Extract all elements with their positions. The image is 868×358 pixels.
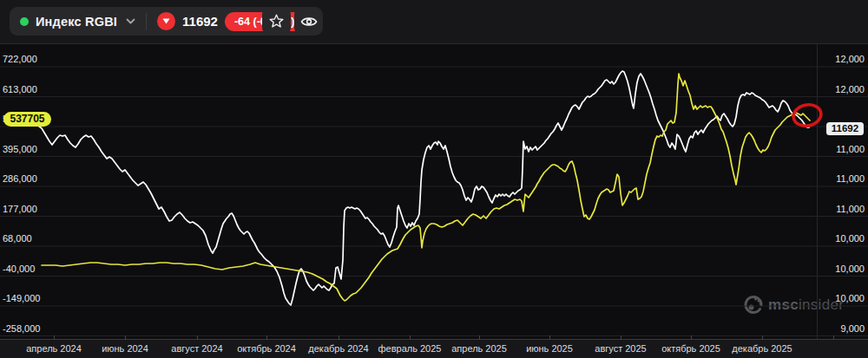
time-axis-label: декабрь 2024 (308, 340, 368, 358)
time-axis-tick (621, 335, 621, 340)
right-axis-label: 10,000 (835, 292, 865, 304)
chevron-down-icon (126, 18, 135, 24)
plot-svg[interactable] (0, 0, 868, 358)
left-axis-label: 722,000 (3, 53, 37, 65)
time-axis-label: июнь 2024 (102, 340, 148, 358)
trading-chart-app: mscinsider 722,000613,000504,000395,0002… (0, 0, 868, 358)
time-axis-tick (762, 335, 763, 340)
left-axis-label: 68,000 (3, 232, 32, 244)
time-axis-tick (266, 335, 267, 340)
right-axis-label: 9,000 (840, 322, 865, 335)
right-axis-label: 10,000 (835, 232, 865, 244)
time-axis-label: октябрь 2024 (237, 340, 296, 358)
series-line-left (42, 74, 810, 301)
time-axis-tick (197, 335, 198, 340)
watchlist-button[interactable] (294, 7, 323, 36)
time-axis-tick (339, 335, 339, 340)
time-axis-label: октябрь 2025 (661, 340, 720, 358)
right-axis-label: 10,000 (835, 263, 865, 275)
time-axis-label: апрель 2024 (26, 340, 82, 358)
right-axis-label: 12,000 (835, 83, 865, 95)
time-axis-tick (410, 335, 411, 340)
last-price: 11692 (182, 14, 218, 29)
favorite-button[interactable] (262, 7, 291, 36)
time-axis-label: июнь 2025 (526, 340, 573, 358)
time-axis-label: апрель 2025 (451, 340, 507, 358)
time-axis-label: декабрь 2025 (732, 340, 792, 358)
eye-icon (300, 16, 318, 28)
price-scale-left[interactable]: 722,000613,000504,000395,000286,000177,0… (0, 43, 52, 339)
right-axis-label: 11,000 (836, 203, 865, 215)
right-axis-label: 11,000 (836, 172, 865, 185)
time-axis-tick (549, 335, 550, 340)
time-axis-label: август 2025 (595, 340, 646, 358)
index-value-badge: 11692 (826, 122, 864, 135)
price-scale-right[interactable]: 12,00012,00011,00011,00011,00010,00010,0… (818, 43, 868, 339)
right-axis-label: 12,000 (835, 53, 865, 65)
time-axis-tick (833, 335, 834, 340)
left-axis-label: 177,000 (3, 203, 37, 215)
left-axis-label: 395,000 (3, 143, 37, 155)
star-icon (268, 13, 285, 29)
left-axis-label: -258,000 (3, 322, 40, 335)
market-open-dot-icon (20, 17, 29, 26)
toolbar: Индекс RGBI 11692 -64 (-0.54%) (0, 0, 868, 44)
price-down-icon (157, 12, 175, 30)
symbol-name: Индекс RGBI (36, 15, 117, 29)
left-axis-label: 613,000 (3, 83, 37, 95)
left-axis-label: 286,000 (3, 172, 37, 185)
right-axis-label: 11,000 (836, 143, 865, 155)
time-axis-label: февраль 2025 (378, 340, 442, 358)
left-axis-label: -149,000 (3, 292, 40, 304)
time-axis-tick (54, 335, 55, 340)
time-axis-tick (125, 335, 126, 340)
time-axis-label: август 2024 (171, 340, 222, 358)
left-axis-label: -40,000 (3, 263, 35, 275)
time-scale[interactable]: апрель 2024июнь 2024август 2024октябрь 2… (0, 339, 868, 358)
yellow-series-value-badge: 537705 (3, 112, 51, 127)
time-axis-tick (691, 335, 692, 340)
divider (146, 13, 147, 30)
time-axis-tick (479, 335, 480, 340)
